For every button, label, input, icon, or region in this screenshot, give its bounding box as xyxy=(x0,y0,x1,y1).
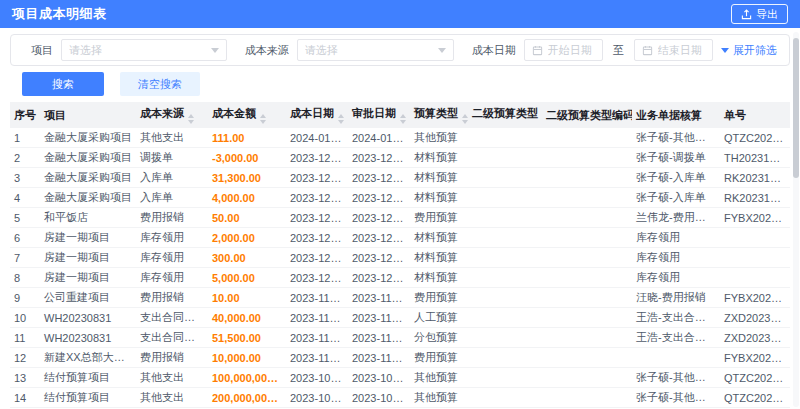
table-cell: 张子硕-调拨单 xyxy=(632,148,720,168)
search-button[interactable]: 搜索 xyxy=(22,72,104,96)
sort-icon[interactable] xyxy=(400,114,406,124)
expand-filter-link[interactable]: 展开筛选 xyxy=(721,43,777,58)
date-start-placeholder: 开始日期 xyxy=(548,43,592,58)
table-cell: 材料预算 xyxy=(410,188,468,208)
table-cell: 张子硕-入库单 xyxy=(632,188,720,208)
sort-icon[interactable] xyxy=(188,114,194,124)
source-select[interactable]: 请选择 xyxy=(297,39,454,61)
table-cell: 库存领用 xyxy=(136,248,208,268)
table-cell: WH20230831 xyxy=(40,308,136,328)
date-range-separator: 至 xyxy=(613,43,624,58)
table-row: 3金融大厦采购项目入库单31,300.002023-12-192023-12-1… xyxy=(10,168,790,188)
table-cell: 2023-11-07 xyxy=(348,348,410,368)
table-cell xyxy=(542,248,632,268)
column-header[interactable]: 成本来源 xyxy=(136,102,208,128)
date-filter-label: 成本日期 xyxy=(472,43,516,58)
date-start-input[interactable]: 开始日期 xyxy=(524,39,603,61)
table-row: 2金融大厦采购项目调拨单-3,000.002023-12-192023-12-1… xyxy=(10,148,790,168)
table-cell: 分包预算 xyxy=(410,328,468,348)
table-cell xyxy=(542,388,632,408)
table-cell: 2023-11-22 xyxy=(286,308,348,328)
table-cell xyxy=(468,208,542,228)
table-row: 6房建一期项目库存领用2,000.002023-12-112023-12-11材… xyxy=(10,228,790,248)
table-cell: 2023-12-19 xyxy=(286,148,348,168)
source-filter-label: 成本来源 xyxy=(245,43,289,58)
table-cell: 2024-01-11 xyxy=(286,128,348,148)
table-row: 13结付预算项目其他支出100,000,000.002023-10-272023… xyxy=(10,368,790,388)
table-cell: 费用预算 xyxy=(410,348,468,368)
project-select[interactable]: 请选择 xyxy=(61,39,227,61)
table-cell: 其他支出 xyxy=(136,388,208,408)
table-cell: 200,000,000.00 xyxy=(208,388,286,408)
table-cell: 公司重建项目 xyxy=(40,288,136,308)
sort-icon[interactable] xyxy=(338,114,344,124)
table-cell xyxy=(720,228,790,248)
column-header[interactable]: 预算类型 xyxy=(410,102,468,128)
table-cell: 结付预算项目 xyxy=(40,368,136,388)
table-cell: RK20231219002 xyxy=(720,188,790,208)
table-cell: 2023-12-16 xyxy=(348,208,410,228)
table-row: 14结付预算项目其他支出200,000,000.002023-10-272023… xyxy=(10,388,790,408)
table-cell xyxy=(542,148,632,168)
table-cell xyxy=(468,268,542,288)
chevron-down-icon xyxy=(211,48,219,53)
table-cell: 51,500.00 xyxy=(208,328,286,348)
filter-bar: 项目 请选择 成本来源 请选择 成本日期 开始日期 至 xyxy=(10,34,790,66)
table-cell: 材料预算 xyxy=(410,228,468,248)
vertical-scrollbar[interactable] xyxy=(793,32,799,407)
table-cell: WH20230831 xyxy=(40,328,136,348)
table-cell: 费用预算 xyxy=(410,288,468,308)
sort-icon[interactable] xyxy=(462,114,468,124)
table-row: 10WH20230831支出合同执行40,000.002023-11-22202… xyxy=(10,308,790,328)
table-row: 8房建一期项目库存领用5,000.002023-12-112023-12-11材… xyxy=(10,268,790,288)
table-cell: 库存领用 xyxy=(136,268,208,288)
table-cell: 调拨单 xyxy=(136,148,208,168)
table-cell: 2023-12-19 xyxy=(348,188,410,208)
table-cell: 11 xyxy=(10,328,40,348)
table-header-row: 序号项目成本来源成本金额成本日期审批日期预算类型二级预算类型二级预算类型编码业务… xyxy=(10,102,790,128)
table-cell: 31,300.00 xyxy=(208,168,286,188)
table-cell: 12 xyxy=(10,348,40,368)
column-header: 项目 xyxy=(40,102,136,128)
table-cell: QTZC20231027002 xyxy=(720,368,790,388)
calendar-icon xyxy=(642,45,653,56)
table-cell: 材料预算 xyxy=(410,168,468,188)
column-header[interactable]: 审批日期 xyxy=(348,102,410,128)
export-button[interactable]: 导出 xyxy=(731,4,788,24)
table-cell: 2023-12-11 xyxy=(348,248,410,268)
column-header[interactable]: 成本金额 xyxy=(208,102,286,128)
sort-icon[interactable] xyxy=(260,114,266,124)
table-cell: 2023-12-11 xyxy=(286,248,348,268)
table-cell: 2023-11-22 xyxy=(348,328,410,348)
table-cell xyxy=(468,348,542,368)
table-cell: 2,000.00 xyxy=(208,228,286,248)
table-cell: 2023-11-22 xyxy=(286,328,348,348)
column-header[interactable]: 二级预算类型 xyxy=(468,102,542,128)
table-cell xyxy=(468,128,542,148)
table-cell: 40,000.00 xyxy=(208,308,286,328)
column-header[interactable]: 成本日期 xyxy=(286,102,348,128)
table-cell xyxy=(468,248,542,268)
export-icon xyxy=(741,9,752,20)
table-cell: 50.00 xyxy=(208,208,286,228)
table-cell xyxy=(468,228,542,248)
table-cell: 2023-10-27 xyxy=(286,388,348,408)
table-cell xyxy=(468,368,542,388)
column-label: 成本日期 xyxy=(290,107,334,119)
cost-detail-table-wrapper: 序号项目成本来源成本金额成本日期审批日期预算类型二级预算类型二级预算类型编码业务… xyxy=(0,102,800,409)
table-cell xyxy=(542,168,632,188)
table-cell: 2023-12-16 xyxy=(286,208,348,228)
table-cell: 2 xyxy=(10,148,40,168)
table-cell xyxy=(542,268,632,288)
table-cell xyxy=(542,188,632,208)
table-cell: 材料预算 xyxy=(410,148,468,168)
table-cell: 房建一期项目 xyxy=(40,228,136,248)
clear-search-button[interactable]: 清空搜索 xyxy=(120,72,200,96)
scrollbar-thumb[interactable] xyxy=(793,38,799,178)
project-select-placeholder: 请选择 xyxy=(69,43,102,58)
table-cell: 10,000.00 xyxy=(208,348,286,368)
table-cell xyxy=(468,188,542,208)
table-cell xyxy=(542,228,632,248)
date-end-input[interactable]: 结束日期 xyxy=(634,39,713,61)
table-cell xyxy=(542,328,632,348)
